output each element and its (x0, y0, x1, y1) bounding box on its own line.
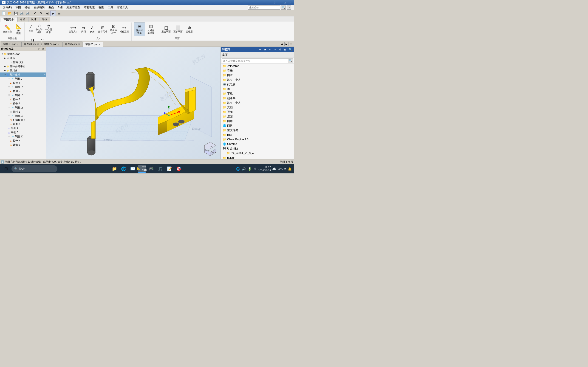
close-button[interactable]: ✕ (288, 0, 292, 5)
ft-udisk[interactable]: 💾 U 盘 (E:) (221, 146, 294, 151)
tree-item-extrude7[interactable]: ▲ 拉伸 7 (0, 139, 46, 143)
icon-vis-sketch14[interactable]: 👁 (7, 85, 10, 89)
ft-images[interactable]: 📁 图片 (221, 73, 294, 77)
menu-pmi[interactable]: PMI (56, 5, 64, 10)
tree-item-design-body[interactable]: ▶ 📁 设计体 (0, 68, 46, 73)
tree-item-plane5[interactable]: ◻ 平面 5 (0, 130, 46, 134)
ft-music[interactable]: 📁 音乐 (221, 68, 294, 73)
ft-piclib[interactable]: 📁 图库 (221, 119, 294, 123)
tree-item-refplanes[interactable]: ▶ 📁 基本参考平面 (0, 64, 46, 68)
expand-seq-model[interactable]: ▼ (4, 73, 6, 76)
ft-neicun[interactable]: 📁 neicun (221, 156, 294, 159)
ft-bika[interactable]: 📁 bika (221, 133, 294, 137)
tb-extra[interactable]: ☰ (56, 10, 62, 16)
tab-nav-menu[interactable]: ▼ (289, 42, 293, 46)
minimize-button[interactable]: — (277, 0, 282, 5)
rp-fav-btn[interactable]: ★ (263, 47, 267, 52)
menu-view[interactable]: 视图 (97, 5, 106, 10)
taskbar-steam[interactable]: 🎮 (147, 165, 155, 173)
command-search-input[interactable] (248, 6, 280, 10)
taskbar-cad-app[interactable]: 📐 天工CAD (138, 165, 146, 173)
tree-item-remove2[interactable]: ▭ 除料 2 (0, 110, 46, 114)
tb-open[interactable]: 📂 (7, 10, 12, 16)
ft-luyue1[interactable]: 📁 路矣 - 个人 (221, 77, 294, 82)
taskbar-file-explorer[interactable]: 📁 (110, 165, 119, 173)
ft-home[interactable]: 📁 主文件夹 (221, 128, 294, 133)
taskbar-search[interactable]: 🔍 搜索 (11, 165, 57, 172)
rp-add-btn[interactable]: + (258, 47, 262, 52)
ribbon-btn-coord-dim[interactable]: ⊞ 坐标尺寸 (97, 23, 108, 36)
ribbon-btn-coincident-plane[interactable]: ◫ 重合平面 (160, 23, 172, 36)
icon-vis-sketch16[interactable]: 👁 (7, 106, 10, 109)
rp-forward-btn[interactable]: → (273, 47, 277, 52)
doc-tab-part25[interactable]: 零件25.par ✕ (62, 42, 82, 47)
doc-tab-part22[interactable]: 零件22.par ✕ (42, 42, 62, 47)
icon-vis-sketch18[interactable]: 👁 (7, 114, 10, 117)
ribbon-btn-sym-dia[interactable]: ⊷ 对称直径 (119, 23, 130, 36)
ribbon-btn-coordinate-sys[interactable]: ⊕ 坐标系 (184, 23, 194, 36)
menu-direct-edit[interactable]: 直接编辑 (32, 5, 47, 10)
taskbar-game2[interactable]: 🎯 (174, 165, 183, 173)
ribbon-btn-remove-align[interactable]: ⊠ 从对齐 集移除 (145, 23, 156, 36)
tab-nav-next[interactable]: ▶ (284, 42, 288, 46)
titlebar-controls[interactable]: ? — □ ✕ (272, 0, 292, 5)
tree-item-seq-model[interactable]: ▼ ⊟ 顺序建模 ✎ (0, 73, 46, 77)
tree-item-mirror9[interactable]: ⚠ 镜像 9 (0, 143, 46, 147)
orientation-cube[interactable]: TOP FRONT BACK (202, 141, 216, 155)
ribbon-btn-spacing[interactable]: ⇔ 间距 (79, 23, 88, 36)
doc-tab-part19[interactable]: 零件19.par ✕ (1, 42, 21, 47)
taskbar-word[interactable]: 📝 (165, 165, 174, 173)
tree-item-extrude6[interactable]: ▲ 拉伸 6 (0, 97, 46, 101)
icon-vis-sketch20[interactable]: 👁 (7, 135, 10, 138)
tree-item-mirror8[interactable]: ⚠ 镜像 8 (0, 122, 46, 126)
right-panel-search-input[interactable] (222, 58, 288, 63)
tb-back[interactable]: ◀ (44, 10, 50, 16)
ft-luyue2[interactable]: 📁 路矣 - 个人 (221, 100, 294, 105)
ft-library[interactable]: 📁 库 (221, 87, 294, 91)
tb-undo[interactable]: ↶ (32, 10, 38, 16)
tree-item-sketch16[interactable]: 👁 ✏ 草图 16 (0, 106, 46, 110)
tb-print2[interactable]: 🖨️ (25, 10, 30, 16)
ribbon-btn-keep-align[interactable]: ⊟ 保持对 齐集 (134, 23, 145, 36)
tree-item-origin[interactable]: ▶ ⊕ 原点 (0, 56, 46, 60)
panel-options-btn[interactable]: ▼ (37, 47, 41, 51)
tree-item-plane4[interactable]: ◻ 平面 4 (0, 126, 46, 130)
icon-vis-sketch15[interactable]: 👁 (7, 94, 10, 97)
tab-nav-prev[interactable]: ◀ (280, 42, 284, 46)
tab-sketch[interactable]: 草图 (17, 17, 28, 22)
expand-design-body[interactable]: ▶ (4, 69, 6, 72)
sys-network-icon[interactable]: 🌐 (236, 167, 241, 171)
tree-item-sketch14[interactable]: 👁 ✏ 草图 14 (0, 85, 46, 89)
ribbon-btn-more-planes[interactable]: ⬜ 更多平面 (172, 23, 184, 36)
tab-plane[interactable]: 平面 (40, 17, 50, 22)
tree-item-extrude4[interactable]: ▲ 拉伸 4 (0, 81, 46, 85)
ribbon-btn-sketch-draw[interactable]: ✏️ 草图绘制 (2, 23, 13, 36)
seq-model-edit[interactable]: ✎ (44, 73, 46, 76)
ribbon-btn-3d-sketch[interactable]: 📐 3D 草图 (14, 23, 23, 36)
tree-item-sketch1[interactable]: 👁 ✏ 草图 1 (0, 77, 46, 81)
viewport-3d[interactable]: 教育库 教育库 教育库 (46, 47, 221, 159)
expand-origin[interactable]: ▶ (4, 57, 6, 59)
ribbon-btn-circle[interactable]: ⊙ 中心和 点圆 (35, 23, 44, 35)
tree-item-sweep7[interactable]: ⬡ 扫描拉伸 7 (0, 118, 46, 122)
close-tab-part23[interactable]: ✕ (37, 43, 39, 45)
start-button[interactable]: ⊞ (2, 165, 10, 173)
menu-file[interactable]: 文件(F) (1, 5, 14, 10)
help-button[interactable]: ? (272, 0, 277, 5)
feature-tree[interactable]: ▼ 📁 零件20.par ▶ ⊕ 原点 ◻ 材料 (无) ▶ 📁 基本参考平面 (0, 51, 46, 159)
file-tree[interactable]: 📁 .minecraft 📁 音乐 📁 图片 📁 路矣 - 个人 💻 此电脑 📁 (221, 64, 294, 159)
rp-options-btn[interactable]: ⚙ (278, 47, 283, 52)
doc-tab-part20[interactable]: 零件20.par ✕ (83, 42, 103, 47)
tb-new[interactable]: 📄 (1, 10, 6, 16)
icon-vis-sketch1[interactable]: 👁 (7, 77, 10, 80)
ft-thispc[interactable]: 💻 此电脑 (221, 82, 294, 87)
tree-item-material[interactable]: ◻ 材料 (无) (0, 60, 46, 64)
tree-item-root[interactable]: ▼ 📁 零件20.par (0, 52, 46, 56)
ft-lz4[interactable]: 📁 lz4_win64_v1_9_4 (221, 151, 294, 156)
sys-volume-icon[interactable]: 🔊 (242, 167, 246, 171)
tb-forward[interactable]: ▶ (50, 10, 56, 16)
menu-smart-tools[interactable]: 智能工具 (115, 5, 130, 10)
tb-save[interactable]: 💾 (13, 10, 18, 16)
tree-item-mirror6[interactable]: ⚠ 镜像 6 (0, 101, 46, 106)
ft-download[interactable]: 📁 下载 (221, 91, 294, 96)
